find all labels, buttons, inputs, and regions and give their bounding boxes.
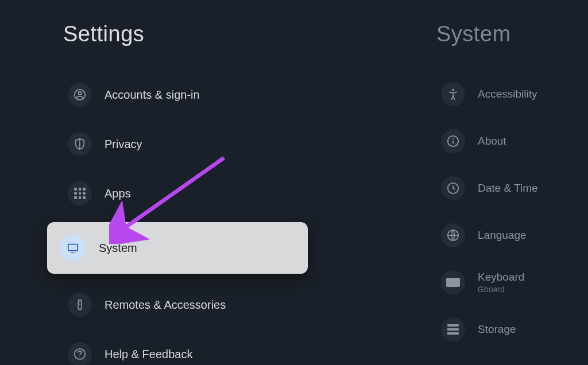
svg-point-6 [79,304,80,305]
svg-point-1 [78,92,82,95]
storage-icon [441,317,465,341]
svg-point-8 [79,356,80,357]
menu-item-system[interactable]: System [47,222,308,274]
settings-panel: Settings Accounts & sign-in Privacy Apps… [0,0,322,365]
svg-rect-2 [68,244,78,251]
settings-title: Settings [63,22,322,46]
shield-icon [68,132,92,156]
system-title: System [436,22,588,46]
menu-item-apps[interactable]: Apps [63,173,322,214]
menu-label: About [478,135,506,147]
monitor-icon [60,235,86,261]
menu-item-datetime[interactable]: Date & Time [436,168,588,208]
accessibility-icon [441,82,465,106]
menu-item-privacy[interactable]: Privacy [63,123,322,165]
menu-item-keyboard[interactable]: Keyboard Gboard [436,262,588,302]
menu-item-accounts[interactable]: Accounts & sign-in [63,74,322,115]
menu-label: Keyboard [478,271,524,284]
menu-label: Remotes & Accessories [105,298,226,312]
menu-label: Language [478,229,527,242]
menu-label: System [99,242,137,255]
menu-label: Storage [478,323,516,336]
clock-icon [441,176,465,200]
menu-label: Apps [105,187,131,200]
menu-item-help[interactable]: Help & Feedback [63,333,322,365]
help-icon [68,342,92,365]
keyboard-icon [441,270,465,294]
menu-label: Date & Time [478,182,538,195]
globe-icon [441,223,465,247]
svg-point-5 [79,302,80,303]
info-icon [441,129,465,153]
menu-label: Privacy [105,138,142,151]
menu-label: Accessibility [478,88,537,100]
menu-item-language[interactable]: Language [436,215,588,255]
menu-item-about[interactable]: About [436,121,588,161]
svg-point-12 [452,138,454,139]
menu-item-accessibility[interactable]: Accessibility [436,74,588,114]
svg-point-9 [452,89,454,91]
account-icon [68,83,92,107]
menu-sublabel: Gboard [478,285,524,294]
menu-label: Accounts & sign-in [105,88,200,102]
menu-item-remotes[interactable]: Remotes & Accessories [63,284,322,325]
system-panel: System Accessibility About Date & Time L… [322,0,588,365]
menu-item-storage[interactable]: Storage [436,309,588,350]
apps-icon [68,181,92,205]
menu-label: Help & Feedback [105,348,192,361]
remote-icon [68,293,92,317]
